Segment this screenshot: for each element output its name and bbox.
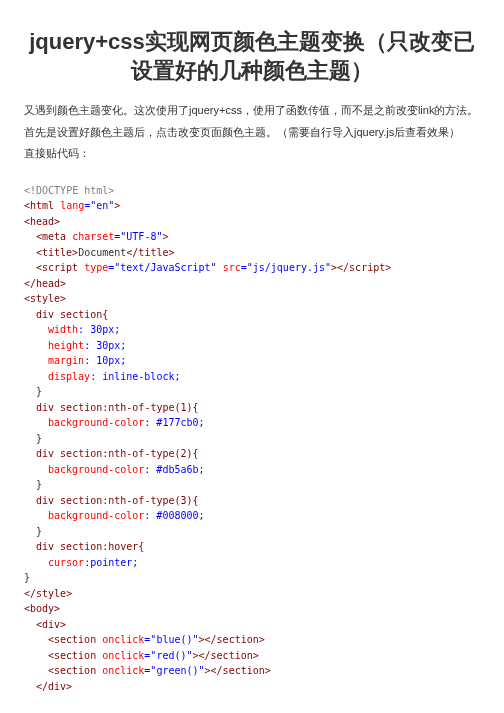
code-text: background-color <box>48 510 144 521</box>
intro-paragraph-2: ⾸先是设置好颜⾊主题后，点击改变页⾯颜⾊主题。（需要⾃⾏导⼊jquery.js后… <box>24 125 480 140</box>
code-text: : 30px; <box>78 324 120 335</box>
code-text: div <box>36 495 60 506</box>
code-text: ></section> <box>205 665 271 676</box>
code-text: display <box>48 371 90 382</box>
code-text: } <box>24 572 30 583</box>
code-text: ></section> <box>199 634 265 645</box>
code-text: } <box>24 477 42 493</box>
code-line: <head> <box>24 216 60 227</box>
code-text: div <box>36 402 60 413</box>
code-text: charset <box>72 231 114 242</box>
code-text: : 30px; <box>84 340 126 351</box>
code-text: cursor <box>48 557 84 568</box>
code-text: div <box>36 541 60 552</box>
code-text: <script <box>36 262 84 273</box>
code-text: lang <box>60 200 84 211</box>
page-title: jquery+css实现⽹页颜⾊主题变换（只改变已设置好的⼏种颜⾊主题） <box>24 28 480 85</box>
code-text: div <box>36 309 60 320</box>
code-text: : 10px; <box>84 355 126 366</box>
code-text: </div> <box>36 681 72 692</box>
code-text: onclick <box>102 665 144 676</box>
code-text: <section <box>48 650 102 661</box>
code-text: section:nth-of-type(3){ <box>60 495 198 506</box>
code-text: ="blue()" <box>144 634 198 645</box>
code-line: <body> <box>24 603 60 614</box>
code-text: height <box>48 340 84 351</box>
code-listing: <!DOCTYPE html> <html lang="en"> <head> … <box>24 167 480 713</box>
code-text: : #db5a6b; <box>144 464 204 475</box>
intro-paragraph-3: 直接贴代码： <box>24 146 480 161</box>
code-text: } <box>24 524 42 540</box>
code-text: src <box>223 262 241 273</box>
code-text: ="red()" <box>144 650 192 661</box>
code-text: > <box>114 200 120 211</box>
code-line: </head> <box>24 278 66 289</box>
code-text: > <box>162 231 168 242</box>
code-text: script <box>349 262 385 273</box>
code-text: > <box>385 262 391 273</box>
code-text: :pointer; <box>84 557 138 568</box>
code-text: <section <box>48 665 102 676</box>
code-text: width <box>48 324 78 335</box>
code-text: section:hover{ <box>60 541 144 552</box>
code-text: section{ <box>60 309 108 320</box>
code-text: type <box>84 262 108 273</box>
code-text: ="green()" <box>144 665 204 676</box>
code-text: } <box>24 384 42 400</box>
code-text: section:nth-of-type(2){ <box>60 448 198 459</box>
code-text: div <box>36 448 60 459</box>
code-line: <style> <box>24 293 66 304</box>
code-text: } <box>24 431 42 447</box>
code-text: ></ <box>331 262 349 273</box>
code-text: Document <box>78 247 126 258</box>
code-text: ="text/JavaScript" <box>108 262 222 273</box>
code-text: onclick <box>102 634 144 645</box>
code-text: <section <box>48 634 102 645</box>
code-text: </title> <box>126 247 174 258</box>
code-text: <title> <box>36 247 78 258</box>
code-text: <meta <box>36 231 72 242</box>
code-text: : inline-block; <box>90 371 180 382</box>
code-text: <div> <box>36 619 66 630</box>
code-line: <!DOCTYPE html> <box>24 185 114 196</box>
code-text: ></section> <box>193 650 259 661</box>
code-text: : #008000; <box>144 510 204 521</box>
code-text: ="en" <box>84 200 114 211</box>
code-text: section:nth-of-type(1){ <box>60 402 198 413</box>
code-text: : #177cb0; <box>144 417 204 428</box>
code-text: margin <box>48 355 84 366</box>
code-line: </style> <box>24 588 72 599</box>
code-text: ="UTF-8" <box>114 231 162 242</box>
intro-paragraph-1: ⼜遇到颜⾊主题变化。这次使⽤了jquery+css，使⽤了函数传值，⽽不是之前改… <box>24 103 480 118</box>
code-line: <html <box>24 200 60 211</box>
code-text: background-color <box>48 417 144 428</box>
code-text: onclick <box>102 650 144 661</box>
code-text: ="js/jquery.js" <box>241 262 331 273</box>
code-text: background-color <box>48 464 144 475</box>
